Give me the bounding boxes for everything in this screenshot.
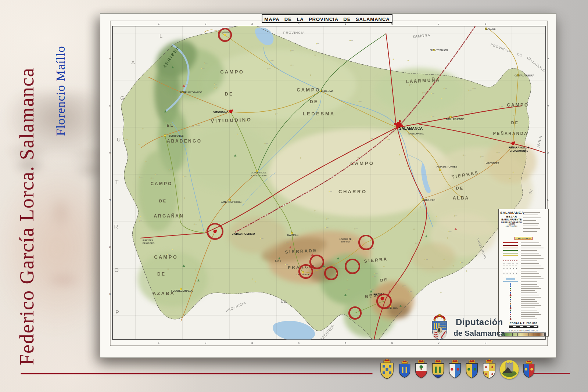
diputacion-crest-icon (428, 312, 451, 342)
legend-symbol-rows (500, 241, 547, 320)
municipal-shield (481, 358, 497, 381)
municipal-shield (465, 358, 479, 381)
logo-line2: de Salamanca (453, 329, 505, 338)
footer-rule-left (21, 373, 373, 374)
legend-town-example: BEJAR (500, 215, 523, 218)
municipal-shield (431, 358, 445, 381)
legend-town-example: Las Veguillas (500, 225, 523, 227)
map-sheet (100, 13, 556, 358)
legend-town-sizes: SALAMANCABEJARBABILAFUENTEBARRUECOPARDOH… (500, 211, 547, 234)
legend-town-example: BARRUECOPARDO (500, 221, 523, 223)
municipal-shield (448, 358, 462, 381)
artwork-canvas: Federico García Lorca. Salamanca Florenc… (0, 0, 588, 392)
legend-town-example: SALAMANCA (500, 211, 523, 215)
municipal-shield (522, 358, 536, 381)
vertical-title-lorca: Federico García Lorca. Salamanca (15, 67, 38, 365)
logo-line1: Diputación (456, 317, 505, 327)
legend-town-example: BABILAFUENTE (500, 218, 523, 221)
vertical-author-maillo: Florencio Maíllo (54, 46, 68, 136)
map-title: MAPA DE LA PROVINCIA DE SALAMANCA (262, 14, 392, 23)
diputacion-logo: Diputación de Salamanca (428, 312, 553, 343)
municipal-shield (379, 358, 395, 381)
municipal-shield (499, 359, 520, 380)
municipal-shield (398, 358, 412, 381)
municipal-shield (414, 358, 429, 381)
legend-boxed-candelario: CANDELARIO (514, 237, 533, 240)
municipal-shields-row (379, 356, 536, 384)
